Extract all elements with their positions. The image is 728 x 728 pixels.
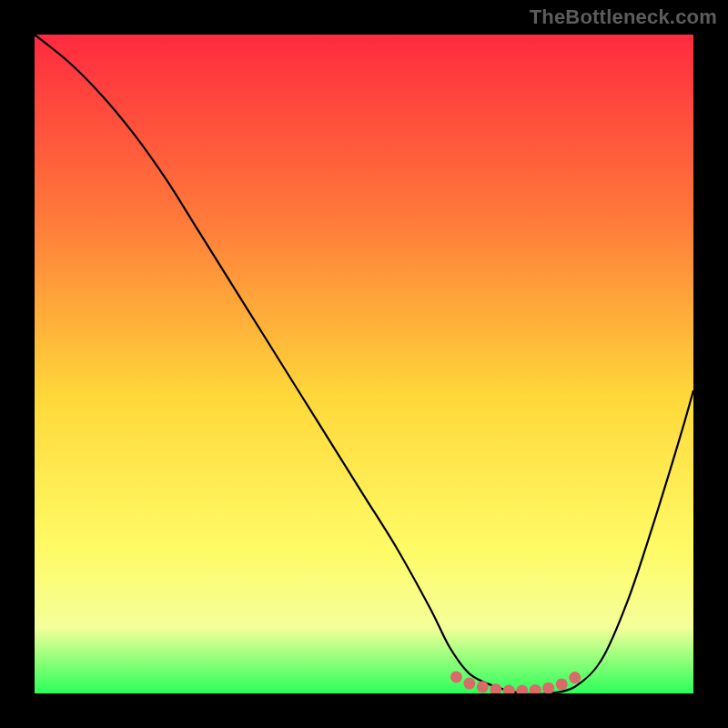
marker-dot: [450, 671, 462, 682]
chart-frame: TheBottleneck.com: [0, 0, 728, 728]
marker-dot: [477, 681, 489, 693]
watermark-label: TheBottleneck.com: [530, 5, 717, 29]
marker-dot: [569, 672, 581, 683]
plot-area: [35, 35, 693, 693]
marker-dot: [463, 678, 475, 690]
marker-dot: [556, 678, 568, 690]
chart-svg: [35, 35, 693, 693]
